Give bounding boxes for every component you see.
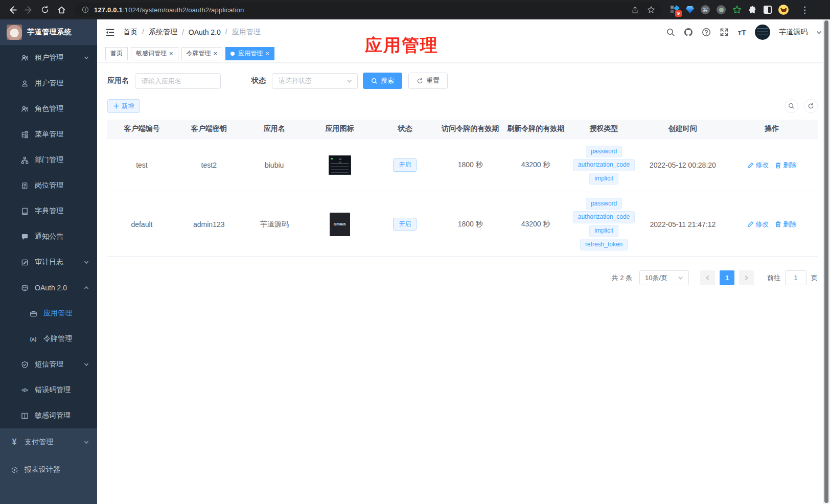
next-page-button[interactable] <box>739 270 754 285</box>
extensions-area: 9 <box>671 5 809 15</box>
sidebar-item-menu[interactable]: 菜单管理 <box>0 122 97 147</box>
app-name-input[interactable] <box>135 73 221 89</box>
extension-record-icon[interactable] <box>717 5 726 14</box>
edit-label: 修改 <box>755 161 769 170</box>
app-icon-text: GitHub <box>334 222 345 226</box>
back-icon[interactable] <box>5 3 19 17</box>
sidebar-item-role[interactable]: 角色管理 <box>0 96 97 122</box>
sidebar-item-oauth-application[interactable]: 应用管理 <box>0 301 97 326</box>
users-group-icon <box>20 54 29 62</box>
github-icon[interactable] <box>684 28 693 37</box>
col-created: 创建时间 <box>639 124 726 133</box>
toggle-search-button[interactable] <box>785 99 798 113</box>
sidebar-item-user[interactable]: 用户管理 <box>0 71 97 96</box>
user-menu-caret-icon[interactable] <box>816 30 822 35</box>
extension-tiles-icon[interactable]: 9 <box>671 6 679 14</box>
profile-avatar[interactable] <box>778 5 789 15</box>
tab-sensitive-word[interactable]: 敏感词管理 <box>131 47 178 60</box>
delete-label: 删除 <box>783 161 796 170</box>
extension-gem-icon[interactable] <box>686 6 694 13</box>
search-button[interactable]: 搜索 <box>363 73 402 89</box>
app-icon-image <box>329 155 351 175</box>
search-icon <box>788 103 795 109</box>
reset-button[interactable]: 重置 <box>408 73 448 89</box>
sidebar-menu: 租户管理 用户管理 角色管理 菜单管理 部门管理 <box>0 45 97 504</box>
add-button[interactable]: 新增 <box>107 99 140 113</box>
search-icon <box>371 78 378 84</box>
close-icon[interactable] <box>214 50 218 57</box>
tab-application[interactable]: 应用管理 <box>225 47 274 60</box>
side-panel-icon[interactable] <box>764 6 772 14</box>
user-name[interactable]: 芋道源码 <box>779 28 808 37</box>
segmented-circle-icon <box>10 466 18 474</box>
delete-button[interactable]: 删除 <box>775 220 796 229</box>
chevron-down-icon <box>84 55 89 60</box>
page-number-button[interactable]: 1 <box>720 270 734 285</box>
status-select[interactable]: 请选择状态 <box>272 73 358 89</box>
col-actions: 操作 <box>726 124 818 133</box>
sidebar-item-label: 敏感词管理 <box>35 411 71 420</box>
sidebar-item-label: 用户管理 <box>35 79 63 88</box>
sidebar-item-audit-log[interactable]: 审计日志 <box>0 249 97 275</box>
page-scrollbar[interactable] <box>823 19 830 504</box>
sidebar-item-dept[interactable]: 部门管理 <box>0 147 97 173</box>
tab-token[interactable]: 令牌管理 <box>181 47 223 60</box>
cell-refresh-ttl: 43200 秒 <box>503 220 568 229</box>
grant-tag: authorization_code <box>573 211 635 223</box>
delete-button[interactable]: 删除 <box>775 161 796 170</box>
sidebar-item-oauth[interactable]: OAuth 2.0 <box>0 275 97 301</box>
robot-icon <box>20 284 29 292</box>
close-icon[interactable] <box>169 50 173 57</box>
sidebar-item-sensitive-word[interactable]: 敏感词管理 <box>0 403 97 428</box>
sidebar-item-dict[interactable]: 字典管理 <box>0 198 97 224</box>
extension-puzzle-icon[interactable] <box>748 6 757 14</box>
grant-tag: password <box>586 146 622 158</box>
prev-page-button[interactable] <box>700 270 715 285</box>
scrollbar-thumb[interactable] <box>824 20 828 503</box>
address-bar[interactable]: 127.0.0.1:1024/system/oauth2/oauth2/appl… <box>75 3 662 17</box>
sidebar-item-tenant[interactable]: 租户管理 <box>0 45 97 71</box>
url-text: 127.0.0.1:1024/system/oauth2/oauth2/appl… <box>94 6 244 14</box>
goto-page-input[interactable] <box>785 270 806 285</box>
chevron-up-icon <box>84 285 89 290</box>
sidebar-item-post[interactable]: 岗位管理 <box>0 173 97 198</box>
sidebar-item-oauth-token[interactable]: 令牌管理 <box>0 326 97 352</box>
help-icon[interactable] <box>702 28 711 37</box>
tab-home[interactable]: 首页 <box>105 47 128 60</box>
bookmark-star-icon[interactable] <box>647 6 655 14</box>
share-icon[interactable] <box>631 6 639 14</box>
extension-star-icon[interactable] <box>732 5 742 14</box>
sidebar-item-pay[interactable]: 支付管理 <box>0 428 97 456</box>
breadcrumb-home[interactable]: 首页 <box>123 28 137 37</box>
sidebar-item-errcode[interactable]: 错误码管理 <box>0 377 97 403</box>
breadcrumb-system[interactable]: 系统管理 <box>137 28 177 37</box>
sidebar-item-notice[interactable]: 通知公告 <box>0 224 97 249</box>
site-info-icon[interactable] <box>82 6 89 13</box>
search-icon[interactable] <box>666 28 675 37</box>
chevron-down-icon <box>84 260 89 265</box>
user-avatar[interactable] <box>755 25 770 40</box>
edit-button[interactable]: 修改 <box>747 161 769 170</box>
forward-icon[interactable] <box>21 3 36 17</box>
shield-check-icon <box>20 360 29 369</box>
refresh-table-button[interactable] <box>804 99 818 113</box>
page-unit-label: 页 <box>811 273 818 283</box>
browser-menu-icon[interactable] <box>800 5 809 15</box>
home-icon[interactable] <box>54 3 68 17</box>
reload-icon[interactable] <box>38 3 52 17</box>
trash-icon <box>775 221 781 227</box>
sidebar-item-report-designer[interactable]: 报表设计器 <box>0 456 97 484</box>
extension-command-icon[interactable] <box>701 5 710 14</box>
font-size-icon[interactable] <box>737 28 746 37</box>
app-logo-bar[interactable]: 芋道管理系统 <box>0 19 97 45</box>
fullscreen-icon[interactable] <box>720 28 729 37</box>
tab-label: 令牌管理 <box>187 49 211 58</box>
breadcrumb-oauth[interactable]: OAuth 2.0 <box>177 28 221 36</box>
close-icon[interactable] <box>265 50 269 57</box>
page-size-select[interactable]: 10条/页 <box>639 270 689 285</box>
top-navbar: 首页 系统管理 OAuth 2.0 应用管理 <box>97 19 830 45</box>
grant-tag: authorization_code <box>573 159 635 171</box>
sidebar-fold-icon[interactable] <box>105 28 115 37</box>
sidebar-item-sms[interactable]: 短信管理 <box>0 352 97 377</box>
edit-button[interactable]: 修改 <box>747 220 769 229</box>
